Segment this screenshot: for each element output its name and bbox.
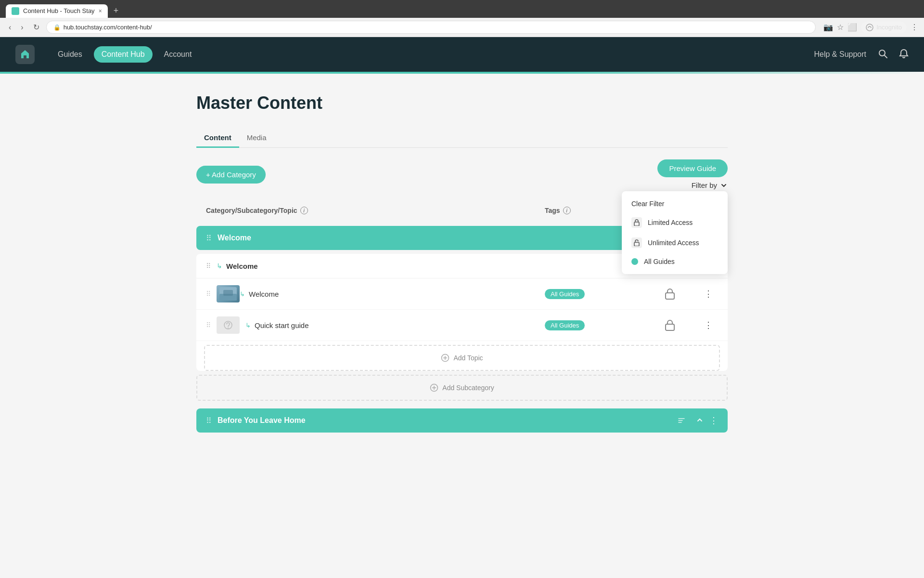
topic-actions-quick-start: ⋮ bbox=[699, 320, 718, 330]
drag-handle-before-leave: ⠿ bbox=[206, 416, 212, 425]
browser-nav-icons: 📷 ☆ ⬜ Incognito ⋮ bbox=[823, 22, 918, 33]
filter-row: Filter by Clear Filter Limited Access bbox=[657, 181, 728, 189]
star-icon[interactable]: ☆ bbox=[837, 23, 844, 32]
svg-rect-6 bbox=[634, 242, 639, 246]
search-button[interactable] bbox=[878, 49, 887, 61]
topic-access-quick-start bbox=[641, 319, 699, 331]
main-content: Master Content Content Media + Add Categ… bbox=[173, 74, 751, 456]
svg-rect-10 bbox=[666, 293, 674, 299]
add-subcategory-button[interactable]: Add Subcategory bbox=[196, 375, 728, 401]
svg-line-4 bbox=[885, 55, 887, 58]
svg-point-1 bbox=[866, 24, 873, 31]
subcategory-drag-handle: ⠿ bbox=[206, 262, 211, 270]
browser-tab[interactable]: Content Hub - Touch Stay × bbox=[6, 4, 108, 18]
unlimited-access-lock-icon bbox=[631, 237, 642, 248]
reload-button[interactable]: ↻ bbox=[30, 21, 42, 34]
nav-content-hub[interactable]: Content Hub bbox=[94, 46, 153, 63]
subcategory-arrow-icon: ↳ bbox=[217, 262, 222, 270]
topic-drag-handle-quick-start: ⠿ bbox=[206, 321, 211, 329]
content-tabs: Content Media bbox=[196, 129, 728, 148]
back-button[interactable]: ‹ bbox=[6, 21, 14, 34]
topic-more-button-welcome[interactable]: ⋮ bbox=[704, 289, 713, 299]
app-header: Guides Content Hub Account Help & Suppor… bbox=[0, 37, 924, 72]
tab-bar: Content Hub - Touch Stay × + bbox=[0, 0, 924, 18]
category-info-icon[interactable]: i bbox=[300, 207, 308, 214]
topic-arrow-icon-quick-start: ↳ bbox=[245, 322, 251, 329]
filter-unlimited-access-label: Unlimited Access bbox=[648, 239, 699, 247]
filter-unlimited-access-item[interactable]: Unlimited Access bbox=[622, 233, 728, 253]
topic-more-button-quick-start[interactable]: ⋮ bbox=[704, 320, 713, 330]
filter-clear-item[interactable]: Clear Filter bbox=[622, 195, 728, 212]
notifications-button[interactable] bbox=[899, 49, 909, 61]
main-nav: Guides Content Hub Account bbox=[50, 46, 199, 63]
help-support-link[interactable]: Help & Support bbox=[814, 50, 866, 59]
topic-thumbnail-placeholder-quick-start bbox=[217, 316, 240, 334]
topic-actions-welcome: ⋮ bbox=[699, 289, 718, 299]
add-category-button[interactable]: + Add Category bbox=[196, 166, 266, 184]
browser-chrome: Content Hub - Touch Stay × + ‹ › ↻ 🔒 hub… bbox=[0, 0, 924, 37]
ssl-lock-icon: 🔒 bbox=[53, 24, 61, 31]
nav-bar: ‹ › ↻ 🔒 hub.touchstay.com/content-hub/ 📷… bbox=[0, 18, 924, 37]
header-right: Help & Support bbox=[814, 49, 909, 61]
svg-rect-13 bbox=[666, 324, 674, 330]
col-category-header: Category/Subcategory/Topic i bbox=[206, 207, 545, 214]
tag-badge-quick-start[interactable]: All Guides bbox=[545, 320, 585, 330]
forward-button[interactable]: › bbox=[18, 21, 26, 34]
svg-rect-9 bbox=[223, 290, 233, 296]
before-leave-more-btn[interactable]: ⋮ bbox=[709, 415, 718, 426]
address-bar[interactable]: 🔒 hub.touchstay.com/content-hub/ bbox=[46, 21, 816, 34]
tags-info-icon[interactable]: i bbox=[563, 207, 571, 214]
svg-rect-0 bbox=[13, 9, 18, 13]
preview-row: Preview Guide bbox=[657, 159, 728, 177]
toolbar: + Add Category Preview Guide Filter by C… bbox=[196, 159, 728, 189]
tab-favicon bbox=[12, 7, 19, 15]
tab-content[interactable]: Content bbox=[196, 129, 239, 148]
topic-drag-handle-welcome: ⠿ bbox=[206, 290, 211, 298]
tab-title: Content Hub - Touch Stay bbox=[23, 7, 95, 14]
camera-icon[interactable]: 📷 bbox=[823, 23, 833, 32]
filter-all-guides-item[interactable]: All Guides bbox=[622, 253, 728, 270]
filter-dropdown: Clear Filter Limited Access Unlimited Ac… bbox=[622, 191, 728, 274]
topic-tags-quick-start: All Guides bbox=[545, 320, 641, 330]
url-text: hub.touchstay.com/content-hub/ bbox=[64, 24, 152, 31]
topic-thumbnail-welcome bbox=[217, 285, 240, 302]
incognito-badge: Incognito bbox=[861, 22, 907, 33]
filter-limited-access-item[interactable]: Limited Access bbox=[622, 212, 728, 233]
app-logo[interactable] bbox=[15, 45, 35, 64]
topic-tags-welcome: All Guides bbox=[545, 289, 641, 299]
topic-name-quick-start: Quick start guide bbox=[255, 321, 545, 329]
tab-media[interactable]: Media bbox=[239, 129, 274, 148]
limited-access-lock-icon bbox=[631, 217, 642, 228]
new-tab-button[interactable]: + bbox=[110, 4, 123, 18]
extensions-icon[interactable]: ⬜ bbox=[847, 23, 857, 32]
before-leave-collapse-btn[interactable] bbox=[696, 416, 704, 425]
preview-guide-button[interactable]: Preview Guide bbox=[657, 159, 728, 177]
add-topic-button[interactable]: Add Topic bbox=[204, 345, 720, 371]
filter-limited-access-label: Limited Access bbox=[648, 219, 693, 226]
category-before-leave-icons: ⋮ bbox=[677, 415, 718, 426]
filter-clear-label: Clear Filter bbox=[631, 200, 664, 208]
svg-point-12 bbox=[228, 328, 229, 328]
lock-icon-quick-start bbox=[665, 319, 675, 331]
lock-icon-welcome bbox=[665, 288, 675, 300]
menu-icon[interactable]: ⋮ bbox=[911, 23, 918, 32]
topic-row-quick-start: ⠿ ↳ Quick start guide All Guides ⋮ bbox=[196, 310, 728, 341]
drag-handle-welcome: ⠿ bbox=[206, 234, 212, 243]
nav-account[interactable]: Account bbox=[156, 46, 200, 63]
page-title: Master Content bbox=[196, 93, 728, 113]
all-guides-dot-icon bbox=[631, 258, 638, 265]
nav-guides[interactable]: Guides bbox=[50, 46, 90, 63]
tab-close-btn[interactable]: × bbox=[99, 8, 102, 14]
svg-point-3 bbox=[879, 50, 885, 56]
topic-arrow-icon-welcome: ↳ bbox=[240, 290, 245, 298]
toolbar-right: Preview Guide Filter by Clear Filter bbox=[657, 159, 728, 189]
svg-rect-5 bbox=[634, 222, 639, 226]
tag-badge-welcome[interactable]: All Guides bbox=[545, 289, 585, 299]
topic-access-welcome bbox=[641, 288, 699, 300]
filter-all-guides-label: All Guides bbox=[644, 258, 675, 265]
toolbar-left: + Add Category bbox=[196, 166, 266, 184]
filter-by-button[interactable]: Filter by bbox=[692, 181, 728, 189]
svg-point-2 bbox=[869, 26, 870, 27]
topic-row-welcome: ⠿ ↳ Welcome All Guides ⋮ bbox=[196, 278, 728, 310]
category-row-before-leave[interactable]: ⠿ Before You Leave Home ⋮ bbox=[196, 408, 728, 433]
